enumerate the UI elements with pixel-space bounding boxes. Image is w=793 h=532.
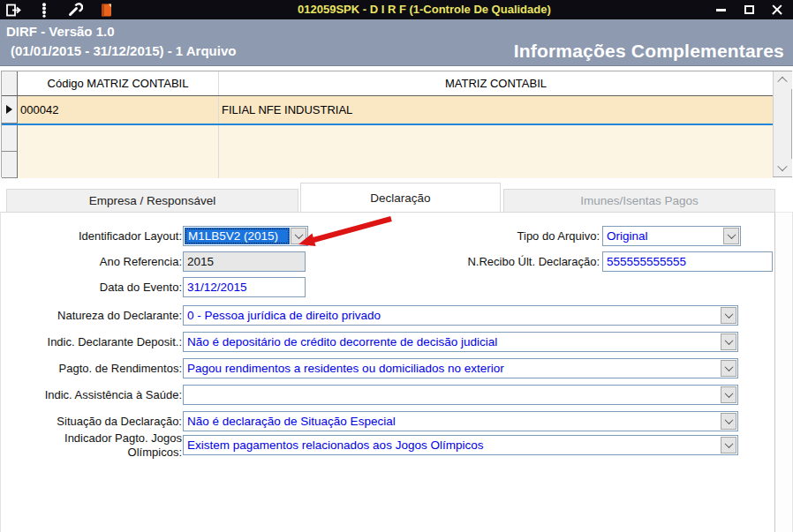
cell-matriz[interactable]: FILIAL NFE INDUSTRIAL [218,96,773,124]
tipo-arquivo-select[interactable]: Original [602,226,741,246]
tipo-arquivo-label: Tipo do Arquivo: [381,229,600,244]
indicador-pagto-jogos-label: Indicador Pagto. Jogos Olímpicos: [41,431,182,460]
dropdown-button[interactable] [291,228,306,244]
tipo-arquivo-value: Original [603,227,722,245]
indicador-pagto-jogos-value: Existem pagamentos relacionados aos Jogo… [184,436,720,454]
current-row-arrow-icon [6,105,12,114]
maximize-button[interactable] [742,4,756,16]
panel-right-margin [775,212,793,532]
data-evento-field[interactable]: 31/12/2015 [183,277,306,297]
window-controls [714,0,784,19]
pagto-rendimentos-select[interactable]: Pagou rendimentos a residentes ou domici… [183,358,738,378]
minimize-button[interactable] [714,4,728,16]
dropdown-button[interactable] [721,386,736,403]
chevron-down-icon [724,336,733,345]
close-button[interactable] [770,4,784,16]
minimize-icon [716,9,726,11]
dropdown-button[interactable] [721,437,736,453]
natureza-declarante-select[interactable]: 0 - Pessoa jurídica de direito privado [183,305,738,326]
dropdown-button[interactable] [721,307,736,324]
identificador-layout-value: M1LB5V2 (2015) [185,228,290,244]
exit-icon[interactable] [5,3,21,17]
titlebar-toolbar [0,3,114,17]
chevron-down-icon [777,161,787,171]
chevron-up-icon [777,77,787,86]
dropdown-button[interactable] [723,228,739,244]
recibo-field[interactable]: 555555555555 [602,251,773,272]
situacao-declaracao-select[interactable]: Não é declaração de Situação Especial [183,411,738,431]
wrench-icon[interactable] [67,3,83,17]
indic-declarante-deposit-label: Indic. Declarante Deposit.: [1,335,182,349]
app-version-line: DIRF - Versão 1.0 [6,22,236,41]
identificador-layout-select[interactable]: M1LB5V2 (2015) [183,226,308,246]
indicador-pagto-jogos-select[interactable]: Existem pagamentos relacionados aos Jogo… [183,435,738,455]
grid-column-header-codigo[interactable]: Código MATRIZ CONTABIL [18,71,218,95]
titlebar: 012059SPK - D I R F (1-Controle De Quali… [0,0,793,19]
chevron-down-icon [724,416,733,424]
tab-imunes-isentas-pagos[interactable]: Imunes/Isentas Pagos [503,189,775,212]
window-title: 012059SPK - D I R F (1-Controle De Quali… [298,0,551,19]
identificador-layout-label: Identificador Layout: [1,229,182,244]
scroll-down-button[interactable] [774,159,792,176]
declaracao-tab-panel: Identificador Layout: M1LB5V2 (2015) Tip… [0,212,775,532]
chevron-down-icon [724,310,733,318]
chevron-down-icon [724,389,733,398]
indic-assistencia-saude-select[interactable] [183,385,738,405]
indic-assistencia-saude-value [184,386,720,404]
chevron-down-icon [727,230,736,239]
chevron-down-icon [724,363,733,371]
indic-declarante-deposit-value: Não é depositário de crédito decorrente … [184,333,720,351]
ano-referencia-field[interactable]: 2015 [183,251,306,272]
matriz-grid: Código MATRIZ CONTABIL MATRIZ CONTABIL 0… [1,71,792,177]
traffic-light-icon[interactable] [36,3,52,17]
table-row-empty[interactable] [2,152,773,178]
grid-row-indicator [2,152,18,178]
ano-referencia-label: Ano Referencia: [1,255,182,269]
dropdown-button[interactable] [721,360,736,377]
cell-codigo[interactable]: 000042 [18,96,218,124]
dropdown-button[interactable] [721,333,736,350]
situacao-declaracao-value: Não é declaração de Situação Especial [184,412,720,431]
tab-strip: Empresa / Responsável Imunes/Isentas Pag… [0,183,793,212]
chevron-down-icon [294,230,303,239]
header-left: DIRF - Versão 1.0 (01/01/2015 - 31/12/20… [0,19,236,65]
natureza-declarante-label: Natureza do Declarante: [1,309,182,323]
header-band: DIRF - Versão 1.0 (01/01/2015 - 31/12/20… [0,19,793,66]
grid-vertical-scrollbar[interactable] [773,71,791,176]
period-line: (01/01/2015 - 31/12/2015) - 1 Arquivo [6,41,236,61]
recibo-label: N.Recibo Últ. Declaração: [381,255,600,269]
pagto-rendimentos-value: Pagou rendimentos a residentes ou domici… [184,359,720,378]
table-row-empty[interactable] [2,125,773,152]
notebook-icon[interactable] [98,3,114,17]
table-row[interactable]: 000042 FILIAL NFE INDUSTRIAL [2,96,773,125]
natureza-declarante-value: 0 - Pessoa jurídica de direito privado [184,306,720,325]
pagto-rendimentos-label: Pagto. de Rendimentos: [1,362,182,376]
maximize-icon [744,5,754,14]
close-icon [772,4,782,15]
tab-empresa-responsavel[interactable]: Empresa / Responsável [6,189,298,212]
situacao-declaracao-label: Situação da Declaração: [1,415,182,429]
dropdown-button[interactable] [721,413,736,430]
grid-row-indicator [2,96,18,124]
section-title: Informações Complementares [514,41,793,65]
grid-indicator-header [2,71,18,95]
application-window: 012059SPK - D I R F (1-Controle De Quali… [0,0,793,532]
scroll-up-button[interactable] [774,71,792,89]
indic-declarante-deposit-select[interactable]: Não é depositário de crédito decorrente … [183,332,738,352]
tab-declaracao[interactable]: Declaração [300,183,501,212]
indic-assistencia-saude-label: Indic. Assistência à Saúde: [1,388,182,402]
grid-header-row: Código MATRIZ CONTABIL MATRIZ CONTABIL [2,71,773,96]
grid-column-header-matriz[interactable]: MATRIZ CONTABIL [218,71,773,95]
grid-row-indicator [2,125,18,152]
chevron-down-icon [724,439,733,448]
data-evento-label: Data do Evento: [1,281,182,295]
